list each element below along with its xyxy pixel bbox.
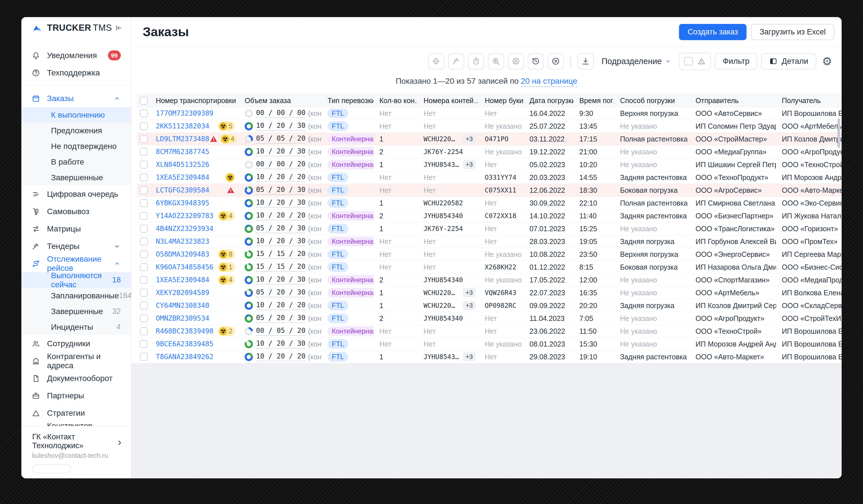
- order-volume[interactable]: 15 / 15 / 20: [256, 263, 305, 272]
- table-row[interactable]: R468BC23839498☢2 00 / 05 / 20(контейне… …: [137, 325, 842, 338]
- table-row[interactable]: 177OM732309389 00 / 00 / 00(контейне… FT…: [137, 107, 842, 120]
- page-size-link[interactable]: 20 на странице: [521, 77, 577, 87]
- target-button[interactable]: [428, 53, 444, 70]
- order-volume[interactable]: 05 / 20 / 30: [256, 314, 305, 323]
- filter-button[interactable]: Фильтр: [715, 53, 757, 70]
- table-row[interactable]: XEKY2B2094589 05 / 20 / 30(контейне… Кон…: [137, 287, 842, 299]
- details-button[interactable]: Детали: [761, 53, 816, 70]
- table-row[interactable]: 8CM7M62387745 10 / 20 / 30(контейнер… Ко…: [137, 146, 842, 158]
- row-checkbox[interactable]: [140, 238, 148, 245]
- flag-checkbox[interactable]: [684, 57, 693, 65]
- row-checkbox[interactable]: [140, 161, 148, 168]
- table-row[interactable]: CY64MN2308340 10 / 20 / 20(контейне… FTL…: [137, 299, 842, 312]
- order-volume[interactable]: 10 / 20 / 20: [256, 352, 305, 361]
- row-checkbox[interactable]: [140, 340, 148, 348]
- table-row[interactable]: 2KK5112382034☢5 10 / 20 / 30(контейнер… …: [137, 120, 842, 133]
- order-volume[interactable]: 00 / 00 / 20: [256, 160, 305, 169]
- more-containers-chip[interactable]: +3: [463, 135, 476, 143]
- row-checkbox[interactable]: [140, 327, 148, 335]
- sidebar-subitem[interactable]: В работе: [21, 154, 131, 170]
- sidebar-item[interactable]: Контрагенты и адреса: [21, 352, 131, 369]
- order-volume[interactable]: 00 / 05 / 20: [256, 327, 305, 336]
- row-checkbox[interactable]: [140, 109, 148, 117]
- transport-number-link[interactable]: Y14AOZ23209783: [156, 212, 213, 220]
- table-row[interactable]: LD9LTM2373488☢4 05 / 05 / 20(контейне… К…: [137, 133, 842, 146]
- table-row[interactable]: 6YBKGX3948395 10 / 20 / 30(контейнер… FT…: [137, 197, 842, 210]
- transport-number-link[interactable]: 8CM7M62387745: [156, 148, 209, 156]
- transport-number-link[interactable]: N3L4MA2323823: [156, 238, 209, 245]
- sidebar-subitem[interactable]: Инциденты4: [21, 319, 131, 335]
- vertical-scrollbar[interactable]: [837, 118, 840, 148]
- column-header[interactable]: Отправитель: [690, 97, 776, 105]
- upload-excel-button[interactable]: Загрузить из Excel: [751, 24, 834, 40]
- table-row[interactable]: OMNZBR2309534 05 / 20 / 30(контейне… FTL…: [137, 312, 842, 325]
- cancel-button[interactable]: [548, 53, 564, 70]
- order-volume[interactable]: 10 / 20 / 20: [256, 173, 305, 182]
- row-checkbox[interactable]: [140, 263, 148, 271]
- search-ruble-button[interactable]: [488, 53, 504, 70]
- download-button[interactable]: [578, 53, 594, 70]
- sidebar-item[interactable]: Отслеживание рейсов: [21, 255, 131, 272]
- sidebar-subitem[interactable]: Завершенные32: [21, 304, 131, 319]
- column-header[interactable]: Номер букинга: [479, 97, 524, 105]
- order-volume[interactable]: 05 / 20 / 30: [256, 288, 305, 297]
- unit-dropdown[interactable]: Подразделение: [602, 56, 671, 66]
- warning-filter-icon[interactable]: [697, 57, 706, 65]
- sidebar-item[interactable]: Цифровая очередь: [21, 185, 131, 203]
- create-order-button[interactable]: Создать заказ: [679, 24, 747, 40]
- transport-number-link[interactable]: T8GANA23849262: [156, 353, 213, 361]
- transport-number-link[interactable]: 1XEA5E2309484: [156, 173, 209, 181]
- flags-filter-group[interactable]: [679, 53, 711, 70]
- more-containers-chip[interactable]: +3: [463, 160, 476, 169]
- table-row[interactable]: K96OA734858456☢1 15 / 15 / 20(контейне… …: [137, 261, 842, 274]
- transport-number-link[interactable]: 6YBKGX3948395: [156, 199, 209, 207]
- chevron-right-icon[interactable]: [116, 439, 124, 447]
- row-checkbox[interactable]: [140, 122, 148, 130]
- row-checkbox[interactable]: [140, 250, 148, 258]
- column-header[interactable]: Способ погрузки: [614, 97, 690, 105]
- sidebar-item[interactable]: Тендеры: [21, 238, 131, 255]
- order-volume[interactable]: 10 / 20 / 30: [256, 122, 305, 131]
- transport-number-link[interactable]: K96OA734858456: [156, 263, 213, 271]
- more-containers-chip[interactable]: +3: [463, 301, 476, 310]
- transport-number-link[interactable]: 9BCE6A23839485: [156, 340, 213, 348]
- transport-number-link[interactable]: CY64MN2308340: [156, 302, 209, 310]
- column-header[interactable]: Время пог…: [574, 97, 614, 105]
- transport-number-link[interactable]: 1XEA5E2309484: [156, 276, 209, 284]
- table-row[interactable]: LCTGFG2309584 05 / 20 / 30(контейне… FTL…: [137, 184, 842, 197]
- row-checkbox[interactable]: [140, 186, 148, 194]
- order-volume[interactable]: 15 / 15 / 20: [256, 250, 305, 259]
- column-header[interactable]: Объем заказа: [239, 97, 322, 105]
- sidebar-subitem[interactable]: Завершенные: [21, 170, 131, 185]
- transport-number-link[interactable]: LD9LTM2373488: [156, 135, 209, 143]
- column-header[interactable]: Номера контей…: [418, 97, 479, 105]
- more-containers-chip[interactable]: +3: [463, 352, 476, 361]
- table-row[interactable]: 4B4NZX23293934 05 / 20 / 30(контейне… FT…: [137, 223, 842, 235]
- row-checkbox[interactable]: [140, 302, 148, 310]
- sidebar-item[interactable]: Заказы: [21, 90, 131, 107]
- transport-number-link[interactable]: 177OM732309389: [156, 109, 213, 117]
- gavel-button[interactable]: [448, 53, 464, 70]
- order-volume[interactable]: 10 / 20 / 30: [256, 275, 305, 285]
- transport-number-link[interactable]: LCTGFG2309584: [156, 186, 209, 194]
- column-header[interactable]: Номер транспортировки: [150, 97, 239, 105]
- sidebar-item[interactable]: Документооборот: [21, 369, 131, 387]
- row-checkbox[interactable]: [140, 289, 148, 297]
- order-volume[interactable]: 05 / 05 / 20: [256, 135, 305, 143]
- order-volume[interactable]: 10 / 20 / 30: [256, 339, 305, 349]
- order-volume[interactable]: 10 / 20 / 30: [256, 199, 305, 207]
- column-header[interactable]: Получатель: [776, 97, 842, 105]
- sidebar-item[interactable]: Партнеры: [21, 387, 131, 404]
- row-checkbox[interactable]: [140, 173, 148, 181]
- row-checkbox[interactable]: [140, 225, 148, 232]
- table-row[interactable]: 1XEA5E2309484☢4 10 / 20 / 30(контейнер… …: [137, 274, 842, 287]
- transport-number-link[interactable]: OMNZBR2309534: [156, 314, 209, 322]
- row-checkbox[interactable]: [140, 314, 148, 322]
- column-header[interactable]: Тип перевозки: [322, 97, 374, 105]
- select-all-checkbox[interactable]: [140, 97, 148, 105]
- table-row[interactable]: XLN84D5132526 00 / 00 / 20(контейне… Кон…: [137, 158, 842, 171]
- table-row[interactable]: 1XEA5E2309484☢ 10 / 20 / 20(контейне… FT…: [137, 171, 842, 184]
- row-checkbox[interactable]: [140, 212, 148, 220]
- transport-number-link[interactable]: R468BC23839498: [156, 327, 213, 335]
- transport-number-link[interactable]: 2KK5112382034: [156, 122, 209, 130]
